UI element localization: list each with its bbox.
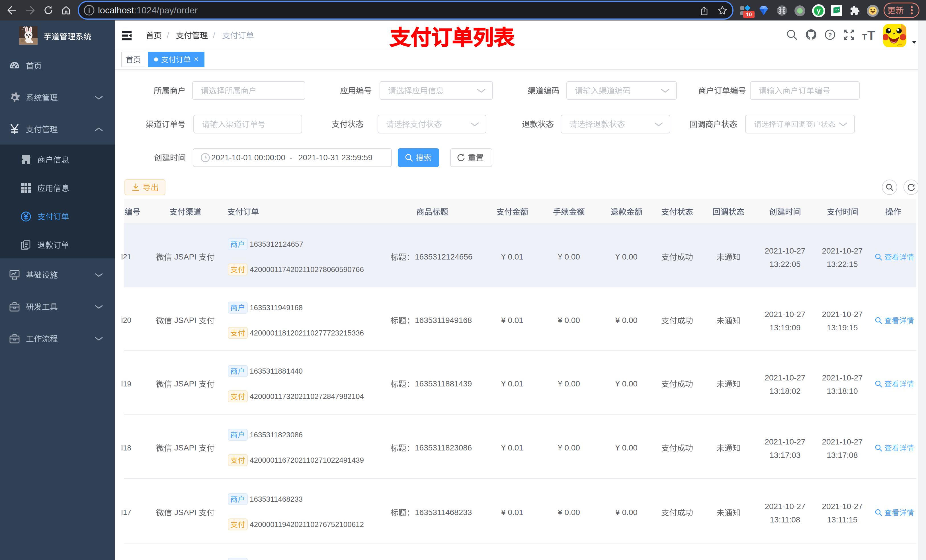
svg-text:y: y xyxy=(817,7,821,15)
svg-text:?: ? xyxy=(828,32,832,38)
